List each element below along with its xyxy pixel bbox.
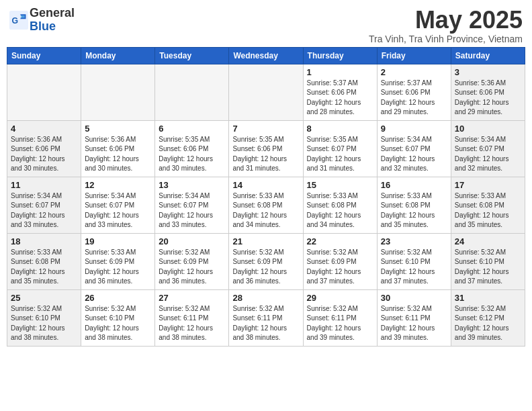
day-info: Sunrise: 5:37 AM Sunset: 6:06 PM Dayligh… (307, 79, 373, 118)
day-info: Sunrise: 5:34 AM Sunset: 6:07 PM Dayligh… (159, 191, 225, 230)
day-number: 12 (85, 180, 151, 190)
day-info: Sunrise: 5:32 AM Sunset: 6:09 PM Dayligh… (307, 248, 373, 287)
day-number: 21 (232, 236, 299, 246)
page-header: G General Blue May 2025 Tra Vinh, Tra Vi… (7, 7, 525, 44)
day-info: Sunrise: 5:32 AM Sunset: 6:10 PM Dayligh… (11, 304, 77, 343)
calendar-day: 25Sunrise: 5:32 AM Sunset: 6:10 PM Dayli… (7, 289, 81, 346)
logo-blue: Blue (30, 19, 56, 33)
day-number: 22 (307, 236, 373, 246)
day-number: 29 (307, 293, 373, 303)
calendar-day: 3Sunrise: 5:36 AM Sunset: 6:06 PM Daylig… (451, 64, 525, 120)
day-number: 6 (159, 124, 225, 134)
calendar-day: 14Sunrise: 5:33 AM Sunset: 6:08 PM Dayli… (229, 177, 303, 233)
day-number: 26 (85, 293, 151, 303)
day-info: Sunrise: 5:35 AM Sunset: 6:06 PM Dayligh… (232, 135, 299, 174)
day-number: 11 (11, 180, 77, 190)
logo-general: General (30, 6, 75, 19)
day-number: 3 (455, 67, 521, 77)
calendar-day (229, 64, 303, 120)
day-header-wednesday: Wednesday (229, 47, 303, 64)
day-number: 24 (455, 236, 521, 246)
calendar-day: 15Sunrise: 5:33 AM Sunset: 6:08 PM Dayli… (303, 177, 377, 233)
day-info: Sunrise: 5:32 AM Sunset: 6:11 PM Dayligh… (381, 304, 447, 343)
day-number: 10 (455, 124, 521, 134)
calendar-day: 23Sunrise: 5:32 AM Sunset: 6:10 PM Dayli… (377, 233, 451, 289)
calendar-day: 20Sunrise: 5:32 AM Sunset: 6:09 PM Dayli… (155, 233, 229, 289)
day-number: 16 (381, 180, 447, 190)
logo-text: General Blue (30, 7, 75, 34)
calendar-day: 2Sunrise: 5:37 AM Sunset: 6:06 PM Daylig… (377, 64, 451, 120)
day-info: Sunrise: 5:32 AM Sunset: 6:11 PM Dayligh… (232, 304, 299, 343)
calendar-day (7, 64, 81, 120)
calendar-day: 30Sunrise: 5:32 AM Sunset: 6:11 PM Dayli… (377, 289, 451, 346)
day-info: Sunrise: 5:32 AM Sunset: 6:10 PM Dayligh… (85, 304, 151, 343)
day-info: Sunrise: 5:32 AM Sunset: 6:11 PM Dayligh… (159, 304, 225, 343)
day-header-sunday: Sunday (7, 47, 81, 64)
calendar-day: 11Sunrise: 5:34 AM Sunset: 6:07 PM Dayli… (7, 177, 81, 233)
day-info: Sunrise: 5:32 AM Sunset: 6:09 PM Dayligh… (159, 248, 225, 287)
month-year: May 2025 (369, 7, 523, 34)
day-number: 4 (11, 124, 77, 134)
svg-text:G: G (12, 16, 19, 26)
day-number: 5 (85, 124, 151, 134)
day-info: Sunrise: 5:33 AM Sunset: 6:08 PM Dayligh… (11, 248, 77, 287)
day-header-saturday: Saturday (451, 47, 525, 64)
calendar-day: 4Sunrise: 5:36 AM Sunset: 6:06 PM Daylig… (7, 120, 81, 177)
day-info: Sunrise: 5:33 AM Sunset: 6:09 PM Dayligh… (85, 248, 151, 287)
calendar-day: 5Sunrise: 5:36 AM Sunset: 6:06 PM Daylig… (81, 120, 155, 177)
calendar-day: 7Sunrise: 5:35 AM Sunset: 6:06 PM Daylig… (229, 120, 303, 177)
day-info: Sunrise: 5:35 AM Sunset: 6:07 PM Dayligh… (307, 135, 373, 174)
day-number: 30 (381, 293, 447, 303)
calendar-day: 9Sunrise: 5:34 AM Sunset: 6:07 PM Daylig… (377, 120, 451, 177)
day-number: 13 (159, 180, 225, 190)
day-info: Sunrise: 5:33 AM Sunset: 6:08 PM Dayligh… (307, 191, 373, 230)
day-number: 2 (381, 67, 447, 77)
day-info: Sunrise: 5:33 AM Sunset: 6:08 PM Dayligh… (455, 191, 521, 230)
day-info: Sunrise: 5:36 AM Sunset: 6:06 PM Dayligh… (455, 79, 521, 118)
day-number: 14 (232, 180, 299, 190)
calendar-day: 31Sunrise: 5:32 AM Sunset: 6:12 PM Dayli… (451, 289, 525, 346)
calendar-day (155, 64, 229, 120)
title-block: May 2025 Tra Vinh, Tra Vinh Province, Vi… (369, 7, 523, 44)
calendar-day: 13Sunrise: 5:34 AM Sunset: 6:07 PM Dayli… (155, 177, 229, 233)
calendar-week-5: 25Sunrise: 5:32 AM Sunset: 6:10 PM Dayli… (7, 289, 525, 346)
day-number: 25 (11, 293, 77, 303)
calendar-day: 26Sunrise: 5:32 AM Sunset: 6:10 PM Dayli… (81, 289, 155, 346)
day-info: Sunrise: 5:34 AM Sunset: 6:07 PM Dayligh… (11, 191, 77, 230)
day-info: Sunrise: 5:32 AM Sunset: 6:09 PM Dayligh… (232, 248, 299, 287)
calendar-day: 17Sunrise: 5:33 AM Sunset: 6:08 PM Dayli… (451, 177, 525, 233)
day-number: 8 (307, 124, 373, 134)
calendar-week-3: 11Sunrise: 5:34 AM Sunset: 6:07 PM Dayli… (7, 177, 525, 233)
calendar-header-row: SundayMondayTuesdayWednesdayThursdayFrid… (7, 47, 525, 64)
calendar-day: 8Sunrise: 5:35 AM Sunset: 6:07 PM Daylig… (303, 120, 377, 177)
day-number: 17 (455, 180, 521, 190)
calendar-day: 16Sunrise: 5:33 AM Sunset: 6:08 PM Dayli… (377, 177, 451, 233)
calendar-day: 21Sunrise: 5:32 AM Sunset: 6:09 PM Dayli… (229, 233, 303, 289)
day-number: 15 (307, 180, 373, 190)
day-info: Sunrise: 5:34 AM Sunset: 6:07 PM Dayligh… (455, 135, 521, 174)
day-number: 28 (232, 293, 299, 303)
day-header-friday: Friday (377, 47, 451, 64)
calendar-day: 19Sunrise: 5:33 AM Sunset: 6:09 PM Dayli… (81, 233, 155, 289)
calendar-day: 6Sunrise: 5:35 AM Sunset: 6:06 PM Daylig… (155, 120, 229, 177)
day-info: Sunrise: 5:32 AM Sunset: 6:12 PM Dayligh… (455, 304, 521, 343)
day-info: Sunrise: 5:32 AM Sunset: 6:10 PM Dayligh… (381, 248, 447, 287)
logo-icon: G (9, 11, 28, 30)
calendar-day: 12Sunrise: 5:34 AM Sunset: 6:07 PM Dayli… (81, 177, 155, 233)
calendar-day: 28Sunrise: 5:32 AM Sunset: 6:11 PM Dayli… (229, 289, 303, 346)
calendar-week-2: 4Sunrise: 5:36 AM Sunset: 6:06 PM Daylig… (7, 120, 525, 177)
day-info: Sunrise: 5:32 AM Sunset: 6:11 PM Dayligh… (307, 304, 373, 343)
day-info: Sunrise: 5:35 AM Sunset: 6:06 PM Dayligh… (159, 135, 225, 174)
calendar-day: 1Sunrise: 5:37 AM Sunset: 6:06 PM Daylig… (303, 64, 377, 120)
day-header-thursday: Thursday (303, 47, 377, 64)
calendar-day: 24Sunrise: 5:32 AM Sunset: 6:10 PM Dayli… (451, 233, 525, 289)
calendar-table: SundayMondayTuesdayWednesdayThursdayFrid… (7, 47, 525, 347)
day-number: 7 (232, 124, 299, 134)
location: Tra Vinh, Tra Vinh Province, Vietnam (369, 34, 523, 44)
day-info: Sunrise: 5:33 AM Sunset: 6:08 PM Dayligh… (381, 191, 447, 230)
day-number: 1 (307, 67, 373, 77)
day-number: 18 (11, 236, 77, 246)
logo: G General Blue (9, 7, 75, 34)
day-info: Sunrise: 5:33 AM Sunset: 6:08 PM Dayligh… (232, 191, 299, 230)
calendar-week-1: 1Sunrise: 5:37 AM Sunset: 6:06 PM Daylig… (7, 64, 525, 120)
